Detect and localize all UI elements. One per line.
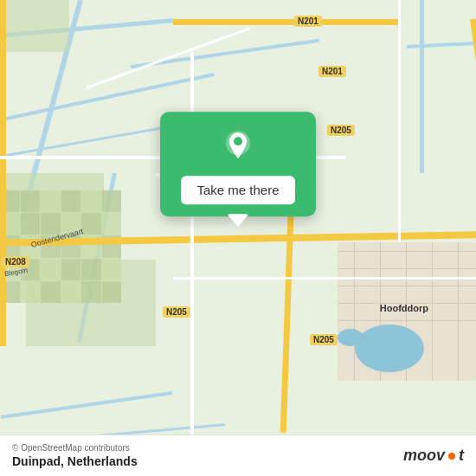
moovit-dot <box>448 453 455 460</box>
location-pin-icon <box>219 127 257 165</box>
road-n201-h <box>173 19 398 25</box>
greenhouse-area <box>0 190 121 303</box>
map-label-hoofddorp: Hoofddorp <box>380 303 428 313</box>
map-view[interactable]: N201 N201 N205 N205 N205 N208 Take me th… <box>0 0 476 476</box>
location-name: Duinpad, Netherlands <box>12 454 138 468</box>
road-n208 <box>0 0 6 346</box>
moovit-text-2: t <box>459 447 464 465</box>
canal-9 <box>420 0 424 173</box>
take-me-there-button[interactable]: Take me there <box>181 176 294 204</box>
road-w2 <box>173 277 476 280</box>
road-label-n205-bottom2: N205 <box>310 334 338 345</box>
road-label-n205-bottom1: N205 <box>163 306 190 318</box>
road-label-n205-right: N205 <box>327 125 355 136</box>
road-label-n201-mid: N201 <box>318 66 346 77</box>
urban-line-3 <box>338 286 476 286</box>
road-w4 <box>398 0 401 242</box>
bottom-bar: © OpenStreetMap contributors Duinpad, Ne… <box>0 434 476 476</box>
road-label-n201-top: N201 <box>294 16 322 27</box>
urban-line-5 <box>338 320 476 321</box>
svg-point-1 <box>234 137 242 145</box>
road-w3 <box>190 52 194 441</box>
popup-card: Take me there <box>160 112 316 216</box>
moovit-logo: moov t <box>403 447 464 465</box>
lake-1 <box>355 325 424 372</box>
moovit-text: moov <box>403 447 445 465</box>
urban-vline-4 <box>432 242 433 381</box>
road-label-n208: N208 <box>2 256 29 267</box>
urban-vline-5 <box>458 242 459 381</box>
urban-line-1 <box>338 251 476 252</box>
green-1 <box>0 0 69 52</box>
lake-2 <box>338 329 363 346</box>
bottom-info: © OpenStreetMap contributors Duinpad, Ne… <box>12 443 138 468</box>
urban-line-2 <box>338 268 476 269</box>
urban-vline-1 <box>354 242 355 381</box>
map-attribution: © OpenStreetMap contributors <box>12 443 138 453</box>
